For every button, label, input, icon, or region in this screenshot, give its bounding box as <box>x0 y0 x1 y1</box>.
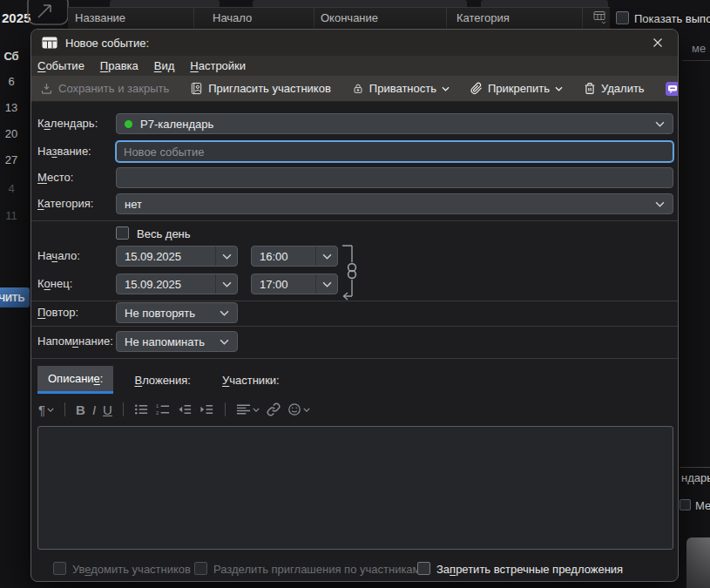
start-date-value: 15.09.2025 <box>125 250 181 263</box>
bullet-list-icon <box>134 403 149 416</box>
insert-link-button[interactable] <box>267 402 281 416</box>
right-panel-fragment: ме <box>692 42 706 55</box>
event-title-input[interactable] <box>116 141 673 162</box>
column-header-start[interactable]: Начало <box>213 11 252 24</box>
reminder-label: Напоминание: <box>37 335 113 348</box>
cutoff-control <box>110 0 220 7</box>
menu-event[interactable]: Событие <box>37 59 85 72</box>
mini-calendar-day[interactable]: 13 <box>1 101 22 114</box>
weekday-header: Сб <box>1 50 22 63</box>
bullet-list-button[interactable] <box>134 403 149 416</box>
tab-description[interactable]: Описание: <box>37 366 113 394</box>
cutoff-control <box>253 0 467 7</box>
chevron-down-icon <box>253 408 260 412</box>
indent-button[interactable] <box>199 403 214 416</box>
right-panel-divider <box>680 467 710 468</box>
description-input[interactable] <box>37 426 673 550</box>
align-icon <box>236 403 251 416</box>
disallow-counter-label: Запретить встречные предложения <box>436 563 623 576</box>
underline-button[interactable]: U <box>103 403 112 416</box>
close-button[interactable] <box>646 34 669 51</box>
column-picker-icon[interactable] <box>593 10 607 24</box>
mini-calendar-day-dim[interactable]: 11 <box>1 209 22 222</box>
chevron-down-icon <box>220 310 229 316</box>
notify-attendees-checkbox[interactable] <box>53 562 66 575</box>
align-button[interactable] <box>236 403 260 416</box>
indent-icon <box>199 403 214 416</box>
numbered-list-button[interactable]: 1 2 <box>156 403 171 416</box>
column-divider[interactable] <box>314 7 314 28</box>
team-button[interactable]: Р7-Команда <box>666 82 679 96</box>
column-header-category[interactable]: Категория <box>456 11 510 24</box>
disallow-counter-checkbox[interactable] <box>417 562 430 575</box>
separate-invitations-checkbox[interactable] <box>194 562 207 575</box>
link-times-icon[interactable] <box>339 243 360 301</box>
chevron-down-icon <box>303 408 310 412</box>
enable-button-fragment[interactable]: ЮЧИТЬ <box>0 287 30 308</box>
reminder-select[interactable]: Не напоминать <box>116 331 238 352</box>
mini-calendar-day-dim[interactable]: 4 <box>1 182 22 195</box>
menu-view[interactable]: Вид <box>154 59 175 72</box>
tab-attachments[interactable]: Вложения: <box>124 366 201 394</box>
location-input[interactable] <box>116 167 673 188</box>
chevron-down-icon <box>215 247 237 266</box>
end-date-select[interactable]: 15.09.2025 <box>116 274 238 294</box>
column-header-name[interactable]: Название <box>75 11 125 24</box>
repeat-select[interactable]: Не повторять <box>116 302 238 323</box>
column-header-end[interactable]: Окончание <box>321 11 378 24</box>
paragraph-style-button[interactable]: ¶ <box>38 403 54 416</box>
end-label: Конец: <box>37 277 72 290</box>
end-time-select[interactable]: 17:00 <box>251 274 338 294</box>
link-icon <box>267 402 281 416</box>
mini-calendar-day[interactable]: 20 <box>1 127 22 140</box>
save-close-button[interactable]: Сохранить и закрыть <box>40 82 169 95</box>
privacy-button[interactable]: Приватность <box>352 82 450 95</box>
dialog-menubar: Событие Правка Вид Настройки <box>31 56 678 76</box>
start-time-select[interactable]: 16:00 <box>251 246 338 267</box>
emoji-button[interactable] <box>287 402 310 416</box>
mini-calendar-day[interactable]: 6 <box>1 75 22 88</box>
category-select[interactable]: нет <box>116 193 673 214</box>
tab-attendees[interactable]: Участники: <box>212 366 290 394</box>
menu-edit[interactable]: Правка <box>100 59 139 72</box>
reminder-value: Не напоминать <box>125 335 205 348</box>
calendar-name-fragment[interactable]: ндарь <box>681 471 710 484</box>
toolbar-separator <box>123 402 124 416</box>
chevron-down-icon <box>47 408 54 412</box>
calendar-checkbox-fragment[interactable] <box>680 499 691 510</box>
smiley-icon <box>287 402 301 416</box>
chevron-down-icon <box>655 201 665 207</box>
italic-button[interactable]: I <box>92 403 96 416</box>
show-completed-checkbox[interactable] <box>616 11 629 24</box>
events-fragment[interactable]: Мер <box>695 499 710 512</box>
location-label: Место: <box>37 171 73 184</box>
dialog-titlebar[interactable]: Новое событие: <box>31 30 678 56</box>
all-day-label: Весь день <box>137 227 191 240</box>
menu-options[interactable]: Настройки <box>190 59 246 72</box>
outdent-button[interactable] <box>178 403 193 416</box>
start-date-select[interactable]: 15.09.2025 <box>116 246 238 267</box>
toolbar-separator <box>64 402 65 416</box>
section-divider <box>31 220 678 221</box>
mini-calendar-day[interactable]: 27 <box>1 153 22 166</box>
invite-attendees-button[interactable]: Пригласить участников <box>190 82 331 95</box>
cutoff-control <box>481 0 608 7</box>
delete-button[interactable]: Удалить <box>584 82 645 95</box>
chevron-down-icon <box>220 339 229 345</box>
section-divider <box>31 326 678 327</box>
column-divider[interactable] <box>193 7 194 28</box>
calendar-label: Календарь: <box>37 117 98 130</box>
chevron-down-icon <box>555 86 563 91</box>
column-divider[interactable] <box>582 7 583 28</box>
column-divider[interactable] <box>446 7 447 28</box>
calendar-select[interactable]: Р7-календарь <box>116 113 673 134</box>
bold-button[interactable]: B <box>76 403 85 416</box>
app-window: 2025 Название Начало Окончание Категория… <box>0 0 710 588</box>
category-label: Категория: <box>37 197 93 210</box>
attach-button[interactable]: Прикрепить <box>470 82 563 95</box>
title-label: Название: <box>37 145 91 158</box>
all-day-checkbox[interactable] <box>116 226 129 240</box>
popout-arrow-icon <box>24 0 71 28</box>
close-icon <box>653 37 663 48</box>
event-table-icon <box>42 37 57 49</box>
